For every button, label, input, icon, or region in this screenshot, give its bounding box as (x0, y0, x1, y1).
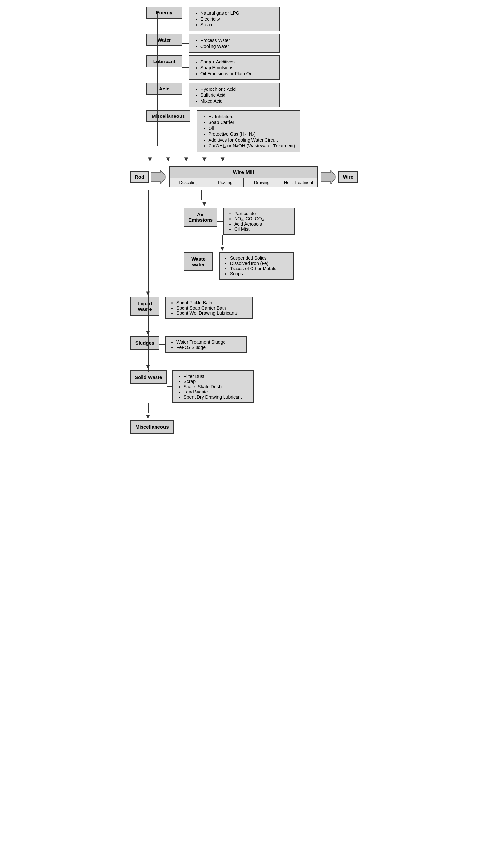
inputs-block: Energy Natural gas or LPG Electricity St… (130, 6, 358, 152)
wire-mill-title: Wire Mill (169, 166, 317, 178)
air-arrow-down: ▼ (201, 200, 207, 208)
wire-mill-center: Wire Mill Descaling Pickling Drawing Hea… (169, 166, 317, 187)
diagram: Energy Natural gas or LPG Electricity St… (130, 6, 358, 434)
list-item: Ca(OH)₂ or NaOH (Wastewater Treatment) (208, 143, 295, 148)
list-item: Mixed Acid (200, 98, 274, 103)
ww-top-line: ▼ (148, 235, 225, 252)
list-item: Scale (Skate Dust) (184, 384, 249, 389)
wire-mill-pickling: Pickling (207, 178, 244, 187)
input-label-water: Water (147, 34, 182, 46)
air-arrow-char: ▼ (201, 200, 207, 208)
wire-mill-drawing: Drawing (244, 178, 281, 187)
output-label-sl: Sludges (130, 336, 159, 349)
list-item: Spent Soap Carrier Bath (176, 305, 248, 310)
wire-mill-descaling: Descaling (170, 178, 207, 187)
list-item: Acid Aerosols (234, 221, 290, 226)
ww-arrow-char: ▼ (219, 245, 225, 252)
list-item: Spent Pickle Bath (176, 300, 248, 305)
list-item: Electricity (200, 16, 274, 22)
list-item: Additives for Cooling Water Circuit (208, 137, 295, 143)
list-item: Particulate (234, 211, 290, 216)
list-item: Lead Waste (184, 389, 249, 395)
input-label-energy: Energy (147, 6, 182, 19)
input-detail-misc: H₂ Inhibitors Soap Carrier Oil Protectiv… (197, 110, 301, 152)
list-item: Protective Gas (H₂, N₂) (208, 131, 295, 137)
svg-marker-1 (321, 170, 336, 184)
connector-energy (182, 19, 189, 19)
outputs-block: ▼ AirEmissions Particulate NOₓ, CO, CO₂ … (130, 190, 358, 434)
connector-water (182, 43, 189, 43)
input-detail-lubricant: Soap + Additives Soap Emulsions Oil Emul… (189, 55, 280, 80)
list-item: Scrap (184, 379, 249, 384)
solid-waste-row: Solid Waste Filter Dust Scrap Scale (Ska… (130, 370, 254, 403)
arrow-down-4: ▼ (201, 155, 208, 163)
list-item: Steam (200, 22, 274, 27)
list-item: Sulfuric Acid (200, 92, 274, 98)
air-connector (217, 221, 223, 222)
misc-bottom-box: Miscellaneous (130, 420, 174, 434)
input-label-acid: Acid (147, 83, 182, 95)
output-detail-ww: Suspended Solids Dissolved Iron (Fe) Tra… (219, 252, 294, 280)
rod-arrow (151, 170, 166, 184)
wire-box: Wire (338, 171, 358, 183)
inputs-vertical-line (158, 13, 158, 146)
input-detail-acid: Hydrochloric Acid Sulfuric Acid Mixed Ac… (189, 83, 280, 107)
ww-connector (213, 266, 219, 266)
liquid-waste-section: ▼ LiquidWaste Spent Pickle Bath Spent So… (130, 280, 358, 319)
arrow-down-3: ▼ (183, 155, 190, 163)
sw-connector (167, 386, 172, 387)
svg-marker-0 (151, 170, 166, 184)
list-item: Soap Emulsions (200, 65, 274, 70)
sludges-row: Sludges Water Treatment Sludge FePO₄ Slu… (130, 336, 247, 353)
ww-vert-line (222, 235, 223, 245)
sl-connector (159, 344, 165, 345)
list-item: Oil Mist (234, 226, 290, 232)
arrow-down-2: ▼ (165, 155, 172, 163)
air-emissions-row: AirEmissions Particulate NOₓ, CO, CO₂ Ac… (184, 208, 295, 235)
list-item: Water Treatment Sludge (176, 339, 241, 345)
mb-arrow-char: ▼ (145, 413, 151, 420)
list-item: Spent Dry Drawing Lubricant (184, 395, 249, 400)
rod-section: Rod (130, 170, 166, 184)
output-detail-sl: Water Treatment Sludge FePO₄ Sludge (165, 336, 247, 353)
wire-mill-section: Rod Wire Mill Descaling Pickling Drawing… (130, 166, 358, 187)
outputs-main-vert-line (148, 190, 149, 372)
input-label-lubricant: Lubricant (147, 55, 182, 67)
list-item: Soap Carrier (208, 120, 295, 125)
output-label-lw: LiquidWaste (130, 297, 159, 316)
output-label-sw: Solid Waste (130, 370, 167, 384)
input-row-misc: Miscellaneous H₂ Inhibitors Soap Carrier… (147, 110, 358, 152)
list-item: Dissolved Iron (Fe) (230, 261, 289, 266)
air-emissions-section: ▼ AirEmissions Particulate NOₓ, CO, CO₂ … (148, 190, 358, 235)
output-detail-lw: Spent Pickle Bath Spent Soap Carrier Bat… (165, 297, 253, 319)
list-item: Traces of Other Metals (230, 266, 289, 271)
air-vert-line (201, 190, 202, 200)
list-item: FePO₄ Sludge (176, 345, 241, 350)
connector-lubricant (182, 67, 189, 68)
list-item: Oil (208, 126, 295, 131)
mb-vert-line (148, 403, 149, 413)
wastewater-row: Wastewater Suspended Solids Dissolved Ir… (148, 252, 294, 280)
list-item: Soaps (230, 271, 289, 276)
connector-misc (190, 131, 197, 131)
output-label-air: AirEmissions (184, 208, 217, 226)
list-item: Process Water (200, 38, 274, 43)
list-item: Cooling Water (200, 43, 274, 49)
list-item: Soap + Additives (200, 59, 274, 64)
input-row-lubricant: Lubricant Soap + Additives Soap Emulsion… (147, 55, 358, 80)
list-item: NOₓ, CO, CO₂ (234, 216, 290, 221)
lw-connector (159, 308, 165, 308)
list-item: Suspended Solids (230, 255, 289, 261)
multi-arrows-down: ▼ ▼ ▼ ▼ ▼ (130, 155, 358, 163)
wastewater-section: ▼ Wastewater Suspended Solids Dissolved … (130, 235, 358, 280)
input-detail-water: Process Water Cooling Water (189, 34, 280, 53)
sludges-section: ▼ Sludges Water Treatment Sludge FePO₄ S… (130, 319, 358, 353)
list-item: Spent Wet Drawing Lubricants (176, 310, 248, 316)
arrow-down-5: ▼ (219, 155, 226, 163)
arrow-down-1: ▼ (147, 155, 154, 163)
air-emissions-arrow (148, 190, 202, 200)
list-item: Hydrochloric Acid (200, 87, 274, 92)
rod-box: Rod (130, 171, 149, 183)
list-item: Filter Dust (184, 374, 249, 379)
connector-acid (182, 95, 189, 95)
